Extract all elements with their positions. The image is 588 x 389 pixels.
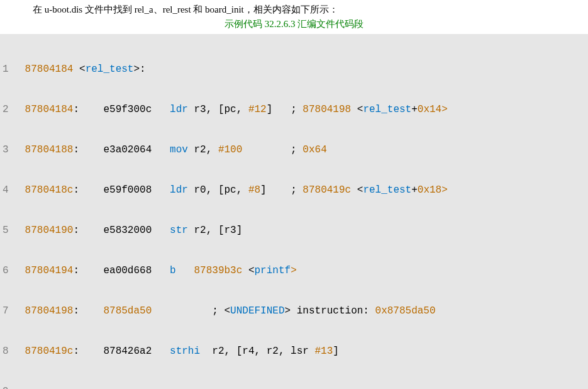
- address: 8780418c: [25, 184, 74, 196]
- immediate: #8: [248, 184, 260, 196]
- args: r2,: [194, 144, 218, 155]
- immediate: #100: [218, 144, 242, 155]
- opcode: strhi: [170, 346, 200, 357]
- hex: 878426a2: [103, 346, 152, 357]
- hex: e3a02064: [103, 144, 152, 155]
- args: r2, [r4, r2, lsr: [212, 346, 314, 357]
- args: r3, [pc,: [194, 104, 248, 115]
- opcode: b: [170, 265, 176, 276]
- opcode: ldr: [170, 104, 188, 115]
- immediate: #13: [315, 346, 333, 357]
- line-number: 6: [3, 261, 19, 281]
- line-number: 8: [3, 341, 19, 361]
- comment-sym: rel_test: [363, 184, 411, 196]
- address: 87804184: [25, 104, 74, 115]
- undefined: UNDEFINED: [230, 305, 284, 317]
- target: 87839b3c: [194, 265, 242, 276]
- code-line: 3 87804188: e3a02064 mov r2, #100 ; 0x64: [3, 140, 585, 160]
- address: 87804184: [25, 64, 74, 75]
- line-number: 2: [3, 99, 19, 120]
- address: 87804190: [25, 225, 74, 236]
- code-line: 7 87804198: 8785da50 ; <UNDEFINED> instr…: [3, 301, 585, 321]
- opcode: ldr: [170, 184, 188, 196]
- comment: 0x64: [302, 144, 326, 155]
- comment-sym: rel_test: [363, 104, 411, 115]
- symbol: rel_test: [86, 64, 134, 75]
- args: r2, [r3]: [194, 225, 242, 236]
- line-number: 1: [3, 59, 19, 79]
- code-line: 1 87804184 <rel_test>:: [3, 59, 585, 79]
- hex: ea00d668: [103, 265, 152, 276]
- line-number: 3: [3, 140, 19, 160]
- hex: e59f0008: [103, 184, 152, 196]
- line-number: 5: [3, 220, 19, 240]
- code-line: 8 8780419c: 878426a2 strhi r2, [r4, r2, …: [3, 341, 585, 361]
- address: 8780419c: [25, 346, 74, 357]
- opcode: mov: [170, 144, 188, 155]
- code-block: 1 87804184 <rel_test>: 2 87804184: e59f3…: [0, 34, 588, 389]
- hex: 8785da50: [103, 305, 152, 317]
- code-line: 9: [3, 381, 585, 389]
- address: 87804194: [25, 265, 74, 276]
- code-line: 2 87804184: e59f300c ldr r3, [pc, #12] ;…: [3, 99, 585, 120]
- line-number: 9: [3, 381, 19, 389]
- code-line: 5 87804190: e5832000 str r2, [r3]: [3, 220, 585, 240]
- intro-text: 在 u-boot.dis 文件中找到 rel_a、rel_rest 和 boar…: [0, 0, 588, 18]
- hex: e5832000: [103, 225, 152, 236]
- immediate: #12: [248, 104, 267, 115]
- code-line: 4 8780418c: e59f0008 ldr r0, [pc, #8] ; …: [3, 180, 585, 200]
- comment-addr: 8780419c: [302, 184, 351, 196]
- args: r0, [pc,: [194, 184, 248, 196]
- comment-addr: 87804198: [302, 104, 351, 115]
- code-caption: 示例代码 32.2.6.3 汇编文件代码段: [0, 18, 588, 34]
- opcode: str: [170, 225, 188, 236]
- code-line: 6 87804194: ea00d668 b 87839b3c <printf>: [3, 261, 585, 281]
- address: 87804198: [25, 305, 74, 317]
- address: 87804188: [25, 144, 74, 155]
- hex: e59f300c: [103, 104, 152, 115]
- line-number: 4: [3, 180, 19, 200]
- symbol: printf: [255, 265, 291, 276]
- line-number: 7: [3, 301, 19, 321]
